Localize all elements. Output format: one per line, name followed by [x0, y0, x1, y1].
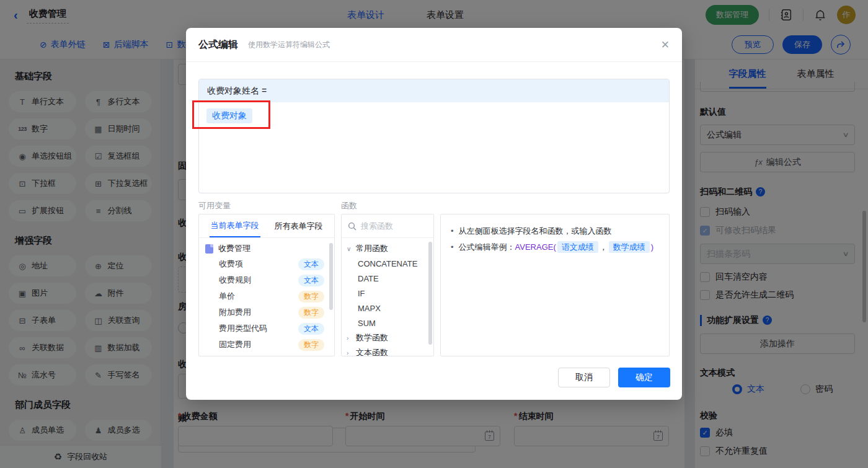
scrollbar-thumb[interactable]	[329, 243, 333, 310]
dialog-title: 公式编辑	[198, 38, 238, 51]
form-doc-icon	[205, 244, 213, 254]
type-badge: 文本	[298, 323, 324, 335]
type-badge: 数字	[298, 339, 324, 351]
chevron-right-icon: ›	[347, 350, 353, 356]
variables-label: 可用变量	[198, 200, 231, 211]
function-item[interactable]: MAPX	[342, 301, 433, 316]
type-badge: 数字	[298, 291, 324, 302]
formula-target: 收费对象姓名 =	[199, 79, 669, 102]
bullet: •	[451, 226, 454, 236]
variables-tree-root[interactable]: 收费管理	[199, 238, 334, 256]
function-group-math[interactable]: ›数学函数	[342, 330, 433, 345]
tips-panel: •从左侧面板选择字段名和函数，或输入函数 •公式编辑举例：AVERAGE(语文成…	[440, 214, 670, 356]
tab-all-form-fields[interactable]: 所有表单字段	[273, 215, 324, 237]
tip-line-2: •公式编辑举例：AVERAGE(语文成绩，数学成绩)	[451, 239, 659, 255]
variable-row[interactable]: 固定费用数字	[199, 337, 334, 353]
function-close: )	[651, 242, 653, 252]
function-group-common[interactable]: ∨常用函数	[342, 241, 433, 256]
confirm-button[interactable]: 确定	[618, 368, 670, 387]
example-field-chip: 数学成绩	[609, 241, 650, 253]
formula-editor-dialog: 公式编辑 使用数学运算符编辑公式 ✕ 收费对象姓名 = 收费对象 可用变量 函数…	[186, 28, 682, 400]
function-item[interactable]: DATE	[342, 271, 433, 286]
function-item[interactable]: SUM	[342, 316, 433, 330]
scrollbar-thumb[interactable]	[428, 242, 432, 345]
cancel-button[interactable]: 取消	[558, 368, 610, 387]
variables-panel: 当前表单字段 所有表单字段 收费管理 收费项文本 收费规则文本 单价数字 附加费…	[198, 214, 335, 356]
formula-editor-box[interactable]: 收费对象姓名 = 收费对象	[198, 79, 670, 193]
type-badge: 数字	[298, 307, 324, 319]
function-group-text[interactable]: ›文本函数	[342, 345, 433, 356]
variable-row[interactable]: 附加费用数字	[199, 304, 334, 320]
functions-label: 函数	[341, 200, 357, 211]
function-item[interactable]: CONCATENATE	[342, 256, 433, 271]
tab-current-form-fields[interactable]: 当前表单字段	[210, 214, 260, 237]
example-field-chip: 语文成绩	[557, 241, 598, 253]
type-badge: 文本	[298, 275, 324, 286]
function-name: AVERAGE(	[515, 242, 556, 252]
close-icon[interactable]: ✕	[661, 38, 670, 51]
functions-panel: ∨常用函数 CONCATENATE DATE IF MAPX SUM ›数学函数…	[341, 214, 434, 356]
function-search-input[interactable]	[361, 221, 423, 231]
search-icon	[348, 222, 356, 231]
tip-line-1: •从左侧面板选择字段名和函数，或输入函数	[451, 223, 659, 239]
chevron-right-icon: ›	[347, 335, 353, 342]
function-item[interactable]: IF	[342, 286, 433, 301]
variable-row[interactable]: 收费规则文本	[199, 272, 334, 288]
variable-row[interactable]: 收费项文本	[199, 256, 334, 272]
dialog-subtitle: 使用数学运算符编辑公式	[248, 40, 330, 50]
type-badge: 文本	[298, 258, 324, 270]
bullet: •	[451, 242, 454, 252]
formula-field-chip[interactable]: 收费对象	[206, 108, 252, 123]
variable-row[interactable]: 费用类型代码文本	[199, 320, 334, 337]
chevron-down-icon: ∨	[347, 245, 353, 252]
variable-row[interactable]: 单价数字	[199, 288, 334, 304]
